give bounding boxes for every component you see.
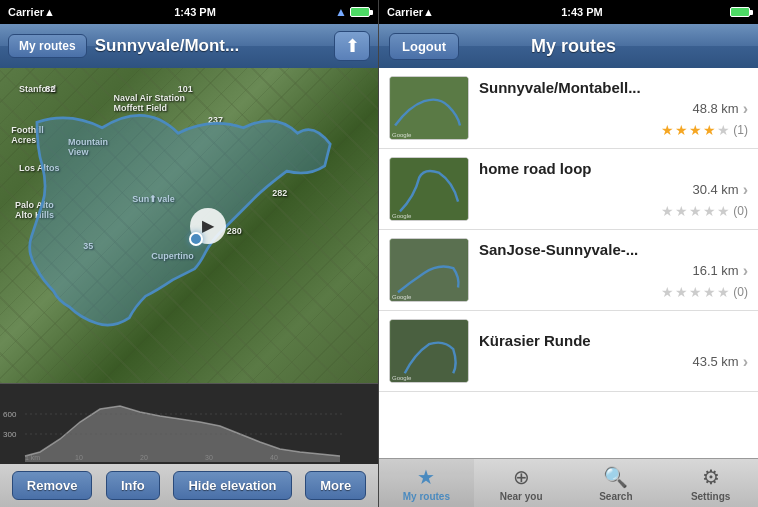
tab-search-label: Search bbox=[599, 491, 632, 502]
logout-button[interactable]: Logout bbox=[389, 33, 459, 60]
svg-text:10: 10 bbox=[75, 454, 83, 461]
route-name-3: SanJose-Sunnyvale-... bbox=[479, 241, 748, 258]
route-dist-row-2: 30.4 km › bbox=[479, 181, 748, 199]
carrier-left: Carrier bbox=[8, 6, 44, 18]
tab-bar: ★ My routes ⊕ Near you 🔍 Search ⚙ Settin… bbox=[379, 458, 758, 507]
stars-3: ★ ★ ★ ★ ★ bbox=[661, 284, 730, 300]
battery-icon-right bbox=[730, 7, 750, 17]
carrier-right: Carrier bbox=[387, 6, 423, 18]
star-1-5: ★ bbox=[717, 122, 730, 138]
chevron-4: › bbox=[743, 353, 748, 371]
route-dist-2: 30.4 km bbox=[692, 182, 738, 197]
tab-search[interactable]: 🔍 Search bbox=[569, 459, 664, 507]
star-3-3: ★ bbox=[689, 284, 702, 300]
map-area[interactable]: Naval Air StationMoffett Field Stanford … bbox=[0, 68, 378, 383]
star-2-1: ★ bbox=[661, 203, 674, 219]
route-info-4: Kürasier Runde 43.5 km › bbox=[479, 332, 748, 371]
page-title-right: My routes bbox=[469, 36, 678, 57]
rating-count-1: (1) bbox=[733, 123, 748, 137]
route-dist-1: 48.8 km bbox=[692, 101, 738, 116]
status-icons-right bbox=[730, 7, 750, 17]
routes-list[interactable]: Google Sunnyvale/Montabell... 48.8 km › … bbox=[379, 68, 758, 458]
svg-rect-11 bbox=[390, 77, 468, 139]
route-thumb-4: Google bbox=[389, 319, 469, 383]
route-thumb-map-1: Google bbox=[390, 77, 468, 139]
more-button[interactable]: More bbox=[305, 471, 366, 500]
stars-1: ★ ★ ★ ★ ★ bbox=[661, 122, 730, 138]
time-right: 1:43 PM bbox=[434, 6, 730, 18]
chevron-1: › bbox=[743, 100, 748, 118]
route-thumb-map-2: Google bbox=[390, 158, 468, 220]
nav-bar-left: My routes Sunnyvale/Mont... ⬆ bbox=[0, 24, 378, 68]
star-1-2: ★ bbox=[675, 122, 688, 138]
route-dist-row-3: 16.1 km › bbox=[479, 262, 748, 280]
star-3-5: ★ bbox=[717, 284, 730, 300]
battery-icon-left bbox=[350, 7, 370, 17]
route-thumb-3: Google bbox=[389, 238, 469, 302]
svg-text:1 km: 1 km bbox=[25, 454, 40, 461]
route-info-2: home road loop 30.4 km › ★ ★ ★ ★ ★ (0) bbox=[479, 160, 748, 219]
route-info-1: Sunnyvale/Montabell... 48.8 km › ★ ★ ★ ★… bbox=[479, 79, 748, 138]
status-icons-left: ▲ bbox=[335, 5, 370, 19]
route-dist-4: 43.5 km bbox=[692, 354, 738, 369]
star-tab-icon: ★ bbox=[417, 465, 435, 489]
route-name-4: Kürasier Runde bbox=[479, 332, 748, 349]
route-title: Sunnyvale/Mont... bbox=[95, 36, 326, 56]
svg-text:30: 30 bbox=[205, 454, 213, 461]
satellite-map: Naval Air StationMoffett Field Stanford … bbox=[0, 68, 378, 383]
my-routes-button[interactable]: My routes bbox=[8, 34, 87, 58]
wifi-icon-left: ▲ bbox=[44, 6, 55, 18]
google-watermark-3: Google bbox=[392, 294, 411, 300]
chevron-2: › bbox=[743, 181, 748, 199]
star-2-3: ★ bbox=[689, 203, 702, 219]
route-thumb-map-3: Google bbox=[390, 239, 468, 301]
info-button[interactable]: Info bbox=[106, 471, 160, 500]
time-left: 1:43 PM bbox=[55, 6, 335, 18]
tab-near-you[interactable]: ⊕ Near you bbox=[474, 459, 569, 507]
rating-count-3: (0) bbox=[733, 285, 748, 299]
remove-button[interactable]: Remove bbox=[12, 471, 93, 500]
google-watermark-4: Google bbox=[392, 375, 411, 381]
gear-tab-icon: ⚙ bbox=[702, 465, 720, 489]
arrow-icon-left: ▲ bbox=[335, 5, 347, 19]
right-phone: Carrier ▲ 1:43 PM Logout My routes Googl… bbox=[379, 0, 758, 507]
status-bar-left: Carrier ▲ 1:43 PM ▲ bbox=[0, 0, 378, 24]
tab-near-you-label: Near you bbox=[500, 491, 543, 502]
plus-tab-icon: ⊕ bbox=[513, 465, 530, 489]
star-1-4: ★ bbox=[703, 122, 716, 138]
tab-settings-label: Settings bbox=[691, 491, 730, 502]
share-button[interactable]: ⬆ bbox=[334, 31, 370, 61]
star-3-2: ★ bbox=[675, 284, 688, 300]
route-item-1[interactable]: Google Sunnyvale/Montabell... 48.8 km › … bbox=[379, 68, 758, 149]
star-2-5: ★ bbox=[717, 203, 730, 219]
nav-bar-right: Logout My routes bbox=[379, 24, 758, 68]
route-thumb-map-4: Google bbox=[390, 320, 468, 382]
route-item-4[interactable]: Google Kürasier Runde 43.5 km › bbox=[379, 311, 758, 392]
tab-my-routes[interactable]: ★ My routes bbox=[379, 459, 474, 507]
route-name-1: Sunnyvale/Montabell... bbox=[479, 79, 748, 96]
route-item-3[interactable]: Google SanJose-Sunnyvale-... 16.1 km › ★… bbox=[379, 230, 758, 311]
star-3-1: ★ bbox=[661, 284, 674, 300]
elevation-chart: 600 300 1 km 10 20 30 40 bbox=[0, 383, 378, 463]
rating-row-1: ★ ★ ★ ★ ★ (1) bbox=[479, 122, 748, 138]
star-2-2: ★ bbox=[675, 203, 688, 219]
route-dist-row-1: 48.8 km › bbox=[479, 100, 748, 118]
route-thumb-2: Google bbox=[389, 157, 469, 221]
tab-settings[interactable]: ⚙ Settings bbox=[663, 459, 758, 507]
hide-elevation-button[interactable]: Hide elevation bbox=[173, 471, 291, 500]
star-3-4: ★ bbox=[703, 284, 716, 300]
google-watermark-2: Google bbox=[392, 213, 411, 219]
google-watermark-1: Google bbox=[392, 132, 411, 138]
route-item-2[interactable]: Google home road loop 30.4 km › ★ ★ ★ ★ … bbox=[379, 149, 758, 230]
rating-row-3: ★ ★ ★ ★ ★ (0) bbox=[479, 284, 748, 300]
route-dist-row-4: 43.5 km › bbox=[479, 353, 748, 371]
svg-rect-14 bbox=[390, 320, 468, 382]
status-bar-right: Carrier ▲ 1:43 PM bbox=[379, 0, 758, 24]
location-dot bbox=[189, 232, 203, 246]
elevation-svg: 600 300 1 km 10 20 30 40 bbox=[0, 384, 378, 464]
route-name-2: home road loop bbox=[479, 160, 748, 177]
route-info-3: SanJose-Sunnyvale-... 16.1 km › ★ ★ ★ ★ … bbox=[479, 241, 748, 300]
svg-text:20: 20 bbox=[140, 454, 148, 461]
stars-2: ★ ★ ★ ★ ★ bbox=[661, 203, 730, 219]
wifi-icon-right: ▲ bbox=[423, 6, 434, 18]
